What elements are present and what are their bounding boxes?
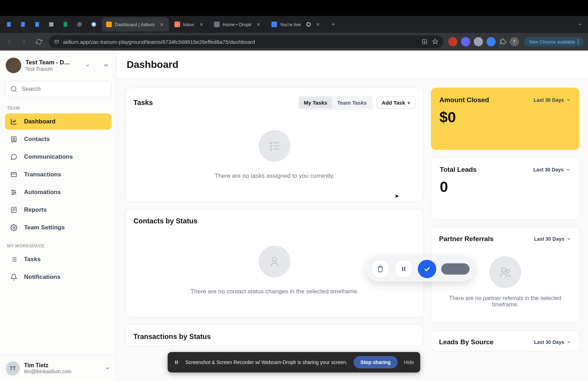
automations-icon <box>10 188 18 196</box>
total-leads-period[interactable]: Last 30 Days <box>533 167 571 172</box>
sidebar-item-team-settings[interactable]: Team Settings <box>5 219 111 236</box>
amount-closed-title: Amount Closed <box>439 96 489 104</box>
user-email: tim@thinkaidium.com <box>24 369 100 374</box>
tabs-dropdown-button[interactable] <box>575 19 585 29</box>
nav-label: Contacts <box>24 136 50 143</box>
tab-dashboard[interactable]: Dashboard | Aidium ✕ <box>102 17 169 31</box>
sidebar-item-contacts[interactable]: Contacts <box>5 131 111 147</box>
tab-title: Home • Droplr <box>223 22 252 27</box>
docs-icon[interactable] <box>17 18 29 30</box>
sidebar-item-tasks[interactable]: Tasks <box>5 251 111 268</box>
chrome-update-label: New Chrome available <box>529 39 575 45</box>
sidebar-item-automations[interactable]: Automations <box>5 184 111 200</box>
svg-point-10 <box>578 40 579 41</box>
team-name: Test Team - D… <box>25 59 80 66</box>
my-tasks-tab[interactable]: My Tasks <box>299 97 332 109</box>
svg-rect-7 <box>55 40 59 43</box>
svg-rect-17 <box>11 172 17 177</box>
team-avatar <box>6 58 21 73</box>
pause-icon <box>174 360 179 365</box>
contacts-icon <box>10 135 18 143</box>
user-avatar: TT <box>6 361 20 375</box>
svg-rect-2 <box>35 22 39 27</box>
transactions-icon <box>10 171 18 178</box>
svg-point-23 <box>15 192 16 193</box>
nav-label: Notifications <box>24 274 60 281</box>
tab-title: Dashboard | Aidium <box>115 22 155 27</box>
back-button[interactable] <box>4 37 14 47</box>
tasks-empty-state: There are no tasks assigned to you curre… <box>133 112 416 194</box>
browser-toolbar: aidium.app/zac-tranum-playground/teams/6… <box>0 33 588 51</box>
address-bar[interactable]: aidium.app/zac-tranum-playground/teams/6… <box>49 35 443 48</box>
sheets-icon[interactable] <box>59 18 71 30</box>
forward-button[interactable] <box>19 37 29 47</box>
leads-by-source-card: Leads By Source Last 30 Days <box>431 330 580 351</box>
collapse-sidebar-button[interactable] <box>102 61 111 70</box>
new-tab-button[interactable]: + <box>328 19 338 29</box>
svg-rect-3 <box>49 22 53 27</box>
extension-icon[interactable] <box>474 37 483 46</box>
bell-icon <box>10 273 18 281</box>
close-icon[interactable]: ✕ <box>256 22 261 27</box>
hide-share-button[interactable]: Hide <box>404 359 414 365</box>
nav-label: Transactions <box>24 171 61 178</box>
partner-referrals-period[interactable]: Last 30 Days <box>534 236 571 242</box>
site-settings-icon[interactable] <box>54 39 59 45</box>
notion-icon[interactable] <box>45 18 57 30</box>
docs-icon[interactable] <box>3 18 15 30</box>
gear-icon <box>10 224 18 231</box>
sidebar-item-dashboard[interactable]: Dashboard <box>5 113 111 130</box>
stop-sharing-button[interactable]: Stop sharing <box>354 356 398 368</box>
tab-live[interactable]: You're live ✕ <box>267 17 325 31</box>
sidebar-item-reports[interactable]: Reports <box>5 202 111 218</box>
svg-rect-43 <box>404 267 405 271</box>
tab-inbox[interactable]: Inbox ✕ <box>170 17 208 31</box>
recorder-timer-pill <box>441 263 469 275</box>
extension-icon[interactable] <box>448 37 457 46</box>
transactions-by-status-title: Transactions by Status <box>133 333 211 341</box>
empty-tasks-icon <box>259 130 290 162</box>
leads-by-source-period[interactable]: Last 30 Days <box>534 339 571 345</box>
close-icon[interactable]: ✕ <box>198 22 204 27</box>
sidebar-item-notifications[interactable]: Notifications <box>5 269 111 285</box>
close-icon[interactable]: ✕ <box>159 22 165 27</box>
svg-point-16 <box>13 138 15 140</box>
app-icon[interactable] <box>74 18 86 30</box>
empty-contacts-icon <box>259 246 290 277</box>
empty-referrals-icon <box>489 256 521 288</box>
close-icon[interactable]: ✕ <box>315 22 321 27</box>
tasks-title: Tasks <box>133 99 153 107</box>
team-user: Test Tranum <box>25 66 80 72</box>
chevron-down-icon <box>104 365 111 371</box>
google-icon[interactable] <box>88 18 100 30</box>
docs-icon[interactable] <box>31 18 43 30</box>
reload-button[interactable] <box>34 37 44 47</box>
nav-label: Reports <box>24 206 47 213</box>
recorder-finish-button[interactable] <box>418 260 436 278</box>
share-text: Screenshot & Screen Recorder w/ Webcam-D… <box>185 359 347 365</box>
nav-section-workspace-label: MY WORKSPACE <box>5 241 111 251</box>
add-task-button[interactable]: Add Task + <box>376 96 416 109</box>
team-tasks-tab[interactable]: Team Tasks <box>332 97 372 109</box>
extension-icon[interactable] <box>461 37 470 46</box>
extensions-icon[interactable] <box>499 38 506 45</box>
extension-icon[interactable] <box>486 37 496 46</box>
amount-closed-period[interactable]: Last 30 Days <box>534 97 571 103</box>
recorder-pause-button[interactable] <box>394 260 413 278</box>
sidebar-item-transactions[interactable]: Transactions <box>5 166 111 183</box>
install-app-icon[interactable] <box>421 39 428 45</box>
team-switcher[interactable]: Test Team - D… Test Tranum <box>0 51 116 78</box>
sidebar-user-footer[interactable]: TT Tim Tietz tim@thinkaidium.com <box>0 355 116 381</box>
transactions-by-status-card: Transactions by Status <box>125 324 424 346</box>
chevron-down-icon <box>566 340 571 345</box>
period-label: Last 30 Days <box>534 339 564 345</box>
search-input[interactable]: Search <box>5 81 111 97</box>
nav-label: Team Settings <box>24 224 65 231</box>
profile-avatar[interactable]: T <box>510 37 519 46</box>
sidebar-item-communications[interactable]: Communications <box>5 149 111 165</box>
recorder-delete-button[interactable] <box>371 260 390 278</box>
chrome-update-button[interactable]: New Chrome available <box>524 37 584 47</box>
svg-rect-0 <box>7 22 11 27</box>
tab-droplr[interactable]: Home • Droplr ✕ <box>210 17 266 31</box>
bookmark-star-icon[interactable] <box>432 39 438 45</box>
